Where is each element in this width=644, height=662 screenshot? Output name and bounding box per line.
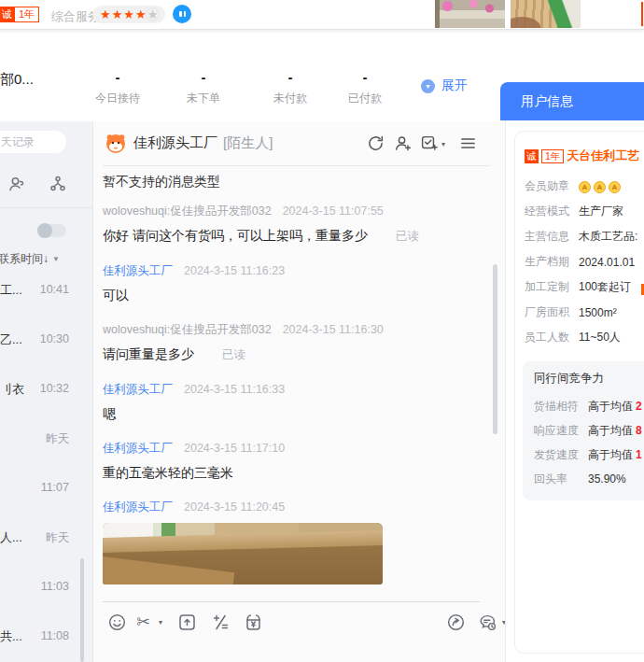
conversation-name: 乙... xyxy=(0,331,26,348)
chat-panel: 佳利源头工厂[陌生人] ▾ 暂不支持的消息类型 woloveshuqi: xyxy=(93,121,505,662)
comp-highlight: 8 xyxy=(636,424,642,437)
comp-value: 高于均值 xyxy=(588,423,633,439)
message: 佳利源头工厂2024-3-15 11:16:33 嗯 xyxy=(103,382,492,423)
payment-icon[interactable] xyxy=(244,613,263,632)
clipped-badge-edge xyxy=(641,2,643,26)
comp-value: 高于均值 xyxy=(588,399,633,415)
org-chart-icon[interactable] xyxy=(49,175,67,193)
competitiveness-box: 同行间竞争力 货描相符 高于均值 2 响应速度 高于均值 8 发货速度 高于均值… xyxy=(523,361,644,500)
seller-field-row: 主营信息 木质工艺品: xyxy=(525,224,644,249)
field-value: 100套起订 xyxy=(579,279,631,295)
message-body: 嗯 xyxy=(103,405,492,423)
conversation-list-item[interactable]: 乙... 10:30 xyxy=(0,316,92,365)
product-thumbnail-2[interactable] xyxy=(511,0,581,28)
top-bar: 诚 1年 综合服务 ★★★★★ xyxy=(0,0,644,30)
badge-year-label: 1年 xyxy=(14,7,39,22)
conversation-list-item[interactable]: 工... 10:41 xyxy=(0,266,92,316)
search-input[interactable]: 天记录 xyxy=(0,131,66,153)
conversation-time: 昨天 xyxy=(24,431,69,447)
send-file-icon[interactable] xyxy=(177,613,197,632)
emoji-icon[interactable] xyxy=(107,613,127,632)
add-task-icon[interactable] xyxy=(420,134,438,152)
seller-info-card: 诚 1年 天台佳利工艺 会员勋章 AAA 经营模式 生产厂家 主营信息 木质工艺… xyxy=(514,131,644,654)
conversation-list-item[interactable]: 昨天 xyxy=(0,415,92,464)
window-title-tail: 部0... xyxy=(0,71,34,89)
comp-highlight: 2 xyxy=(636,400,642,413)
cheng-badge-icon: 诚 xyxy=(0,7,14,22)
message-sender: 佳利源头工厂 xyxy=(103,264,173,277)
message-header: woloveshuqi:促佳搜品开发部0322024-3-15 11:16:30 xyxy=(103,322,492,338)
conversation-list: 工... 10:41 乙... 10:30 刂衣 10:32 昨天 11:07 … xyxy=(0,266,92,662)
message: 佳利源头工厂2024-3-15 11:20:45 xyxy=(103,500,492,585)
history-icon[interactable] xyxy=(478,613,497,632)
competitiveness-row: 响应速度 高于均值 8 xyxy=(534,418,644,443)
seller-fields: 会员勋章 AAA 经营模式 生产厂家 主营信息 木质工艺品: 生产档期 2024… xyxy=(525,174,644,350)
caret-down-icon[interactable]: ▾ xyxy=(159,618,162,627)
product-thumbnail-1[interactable] xyxy=(435,0,505,28)
seller-field-row: 员工人数 11~50人 xyxy=(525,325,644,350)
sidebar-divider xyxy=(0,207,92,208)
app-window: 诚 1年 综合服务 ★★★★★ 部0... - 今日接待 - 未下单 - 未付款… xyxy=(0,0,644,662)
message-text: 重的五毫米轻的三毫米 xyxy=(103,465,233,480)
conversation-list-item[interactable]: 11:03 xyxy=(0,563,92,613)
competitiveness-row: 回头率 35.90% xyxy=(534,467,644,491)
peer-title: 佳利源头工厂[陌生人] xyxy=(133,134,273,152)
message-body xyxy=(103,523,492,585)
seller-field-row: 会员勋章 AAA xyxy=(525,174,644,199)
caret-down-icon[interactable]: ▾ xyxy=(441,140,445,148)
comp-value: 高于均值 xyxy=(588,447,633,463)
message-text: 请问重量是多少 xyxy=(103,346,194,361)
screenshot-icon[interactable]: ✂ xyxy=(136,613,156,632)
chat-scrollbar[interactable] xyxy=(493,264,497,434)
star-icon: ★ xyxy=(123,7,134,21)
message-body: 你好 请问这个有货吗，可以上架吗，重量多少已读 xyxy=(103,227,492,246)
price-icon[interactable] xyxy=(211,613,231,632)
sort-by-contact-time[interactable]: 联系时间↓ ▼ xyxy=(0,251,60,267)
field-value: 2024.01.01 xyxy=(579,256,635,269)
conversation-name: 刂衣 xyxy=(0,381,26,398)
contacts-icon[interactable] xyxy=(7,175,26,193)
messenger-icon[interactable] xyxy=(173,5,191,23)
competitiveness-title: 同行间竞争力 xyxy=(534,371,644,387)
comp-label: 发货速度 xyxy=(534,447,588,463)
sidebar-scrollbar[interactable] xyxy=(80,558,84,662)
expand-button[interactable]: ▾ 展开 xyxy=(421,77,468,94)
message-header: 佳利源头工厂2024-3-15 11:17:10 xyxy=(103,441,492,457)
medal-icon: A xyxy=(579,181,591,193)
competitiveness-row: 货描相符 高于均值 2 xyxy=(534,394,644,418)
menu-icon[interactable] xyxy=(459,134,477,152)
conversation-list-item[interactable]: 11:07 xyxy=(0,464,92,514)
conversation-list-item[interactable]: 共... 11:08 xyxy=(0,613,92,662)
chevron-down-icon: ▾ xyxy=(421,79,435,93)
stat-column: - 今日接待 xyxy=(95,70,140,106)
message-photo[interactable] xyxy=(103,523,383,585)
caret-down-icon: ▼ xyxy=(52,255,60,263)
peer-name: 佳利源头工厂 xyxy=(133,134,217,150)
message-header: 佳利源头工厂2024-3-15 11:16:23 xyxy=(103,263,492,279)
conversation-time: 11:07 xyxy=(24,481,69,494)
seller-field-row: 厂房面积 1500m² xyxy=(525,300,644,325)
stat-label: 未付款 xyxy=(273,91,307,106)
faded-icon xyxy=(146,7,160,21)
conversation-name: 工... xyxy=(0,282,26,299)
conversation-list-item[interactable]: 人... 昨天 xyxy=(0,514,92,563)
field-value: 11~50人 xyxy=(579,330,621,345)
read-receipt: 已读 xyxy=(222,348,245,361)
conversation-list-item[interactable]: 刂衣 10:32 xyxy=(0,365,92,415)
cheng-xin-tong-badge: 诚 1年 xyxy=(0,7,39,22)
add-contact-icon[interactable] xyxy=(394,134,412,152)
filter-toggle[interactable] xyxy=(37,224,66,237)
stat-label: 未下单 xyxy=(187,91,220,106)
refresh-icon[interactable] xyxy=(367,134,385,152)
field-value: 生产厂家 xyxy=(579,204,623,219)
conversation-time: 11:08 xyxy=(24,629,69,642)
company-name-link[interactable]: 天台佳利工艺 xyxy=(567,148,639,164)
tab-user-info[interactable]: 用户信息 xyxy=(500,82,644,120)
field-value: 木质工艺品: xyxy=(579,229,637,245)
competitiveness-rows: 货描相符 高于均值 2 响应速度 高于均值 8 发货速度 高于均值 1 回头率 … xyxy=(534,394,644,491)
cheng-badge-icon: 诚 xyxy=(525,149,539,163)
conversation-name: 共... xyxy=(0,628,26,645)
stat-column: - 未付款 xyxy=(273,70,307,106)
forward-icon[interactable] xyxy=(446,613,466,632)
field-label: 生产档期 xyxy=(525,254,579,270)
